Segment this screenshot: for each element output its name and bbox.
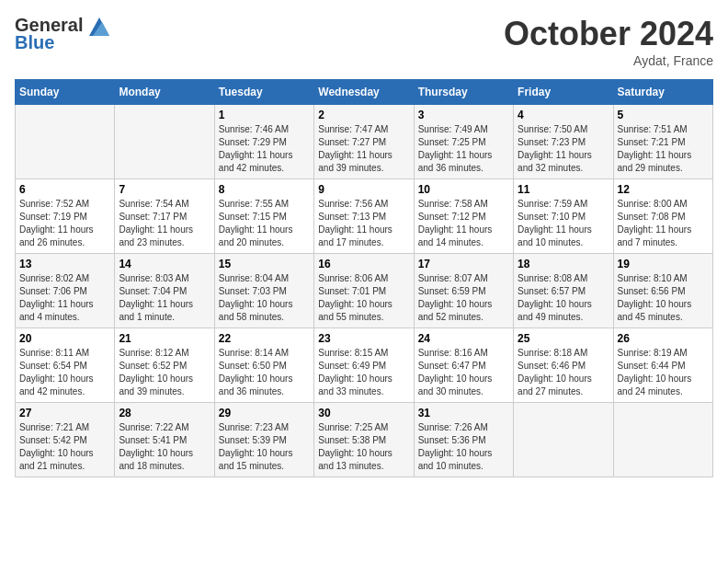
day-info: Sunrise: 8:19 AMSunset: 6:44 PMDaylight:…: [618, 347, 709, 398]
calendar-day-cell: 10Sunrise: 7:58 AMSunset: 7:12 PMDayligh…: [414, 179, 513, 254]
calendar-day-cell: 29Sunrise: 7:23 AMSunset: 5:39 PMDayligh…: [214, 403, 313, 477]
day-number: 26: [618, 332, 709, 345]
day-of-week-header: Saturday: [613, 80, 712, 105]
calendar-day-cell: 12Sunrise: 8:00 AMSunset: 7:08 PMDayligh…: [613, 179, 712, 254]
page-header: General Blue October 2024 Aydat, France: [15, 15, 713, 68]
title-area: October 2024 Aydat, France: [504, 15, 713, 68]
calendar-day-cell: 21Sunrise: 8:12 AMSunset: 6:52 PMDayligh…: [115, 328, 214, 403]
calendar-day-cell: 26Sunrise: 8:19 AMSunset: 6:44 PMDayligh…: [613, 328, 712, 403]
day-info: Sunrise: 7:58 AMSunset: 7:12 PMDaylight:…: [418, 198, 509, 249]
day-number: 15: [219, 258, 310, 270]
day-info: Sunrise: 7:25 AMSunset: 5:38 PMDaylight:…: [318, 421, 409, 473]
calendar-day-cell: 2Sunrise: 7:47 AMSunset: 7:27 PMDaylight…: [314, 105, 414, 179]
day-number: 28: [119, 407, 210, 419]
calendar-week-row: 6Sunrise: 7:52 AMSunset: 7:19 PMDaylight…: [16, 179, 713, 254]
day-info: Sunrise: 8:15 AMSunset: 6:49 PMDaylight:…: [318, 347, 409, 398]
calendar-day-cell: 23Sunrise: 8:15 AMSunset: 6:49 PMDayligh…: [314, 328, 414, 403]
calendar-day-cell: 17Sunrise: 8:07 AMSunset: 6:59 PMDayligh…: [414, 254, 513, 328]
logo: General Blue: [15, 15, 109, 53]
day-info: Sunrise: 8:08 AMSunset: 6:57 PMDaylight:…: [518, 272, 609, 324]
day-info: Sunrise: 7:55 AMSunset: 7:15 PMDaylight:…: [219, 198, 310, 249]
day-number: 24: [418, 332, 509, 345]
day-info: Sunrise: 7:59 AMSunset: 7:10 PMDaylight:…: [518, 198, 609, 249]
day-info: Sunrise: 8:03 AMSunset: 7:04 PMDaylight:…: [119, 272, 210, 324]
day-info: Sunrise: 8:14 AMSunset: 6:50 PMDaylight:…: [219, 347, 310, 398]
day-info: Sunrise: 8:07 AMSunset: 6:59 PMDaylight:…: [418, 272, 509, 324]
day-number: 20: [19, 332, 110, 345]
calendar-week-row: 27Sunrise: 7:21 AMSunset: 5:42 PMDayligh…: [16, 403, 713, 477]
calendar-day-cell: 3Sunrise: 7:49 AMSunset: 7:25 PMDaylight…: [414, 105, 513, 179]
day-info: Sunrise: 7:22 AMSunset: 5:41 PMDaylight:…: [119, 421, 210, 473]
calendar-day-cell: 4Sunrise: 7:50 AMSunset: 7:23 PMDaylight…: [514, 105, 613, 179]
calendar-week-row: 13Sunrise: 8:02 AMSunset: 7:06 PMDayligh…: [16, 254, 713, 328]
day-number: 8: [219, 183, 310, 196]
day-of-week-header: Sunday: [16, 80, 115, 105]
calendar-day-cell: 20Sunrise: 8:11 AMSunset: 6:54 PMDayligh…: [16, 328, 115, 403]
day-info: Sunrise: 8:00 AMSunset: 7:08 PMDaylight:…: [618, 198, 709, 249]
calendar-week-row: 20Sunrise: 8:11 AMSunset: 6:54 PMDayligh…: [16, 328, 713, 403]
day-number: 12: [618, 183, 709, 196]
day-number: 18: [518, 258, 609, 270]
calendar-body: 1Sunrise: 7:46 AMSunset: 7:29 PMDaylight…: [16, 105, 713, 477]
day-info: Sunrise: 7:26 AMSunset: 5:36 PMDaylight:…: [418, 421, 509, 473]
day-info: Sunrise: 7:49 AMSunset: 7:25 PMDaylight:…: [418, 123, 509, 175]
calendar-day-cell: 7Sunrise: 7:54 AMSunset: 7:17 PMDaylight…: [115, 179, 214, 254]
day-number: 30: [318, 407, 409, 419]
calendar-day-cell: 27Sunrise: 7:21 AMSunset: 5:42 PMDayligh…: [16, 403, 115, 477]
day-of-week-header: Tuesday: [214, 80, 313, 105]
day-number: 1: [219, 109, 310, 121]
day-info: Sunrise: 8:11 AMSunset: 6:54 PMDaylight:…: [19, 347, 110, 398]
day-of-week-header: Wednesday: [314, 80, 414, 105]
day-info: Sunrise: 8:02 AMSunset: 7:06 PMDaylight:…: [19, 272, 110, 324]
calendar-day-cell: 30Sunrise: 7:25 AMSunset: 5:38 PMDayligh…: [314, 403, 414, 477]
day-info: Sunrise: 7:54 AMSunset: 7:17 PMDaylight:…: [119, 198, 210, 249]
day-number: 23: [318, 332, 409, 345]
day-number: 4: [518, 109, 609, 121]
calendar-day-cell: 31Sunrise: 7:26 AMSunset: 5:36 PMDayligh…: [414, 403, 513, 477]
calendar-day-cell: [514, 403, 613, 477]
day-number: 25: [518, 332, 609, 345]
calendar-day-cell: [115, 105, 214, 179]
day-info: Sunrise: 8:04 AMSunset: 7:03 PMDaylight:…: [219, 272, 310, 324]
day-number: 22: [219, 332, 310, 345]
month-title: October 2024: [504, 15, 713, 53]
calendar-day-cell: 5Sunrise: 7:51 AMSunset: 7:21 PMDaylight…: [613, 105, 712, 179]
calendar-day-cell: 15Sunrise: 8:04 AMSunset: 7:03 PMDayligh…: [214, 254, 313, 328]
day-info: Sunrise: 8:16 AMSunset: 6:47 PMDaylight:…: [418, 347, 509, 398]
calendar-day-cell: 24Sunrise: 8:16 AMSunset: 6:47 PMDayligh…: [414, 328, 513, 403]
day-number: 16: [318, 258, 409, 270]
logo-icon: [89, 17, 109, 36]
day-info: Sunrise: 8:18 AMSunset: 6:46 PMDaylight:…: [518, 347, 609, 398]
day-of-week-header: Thursday: [414, 80, 513, 105]
calendar-day-cell: [613, 403, 712, 477]
calendar-day-cell: 28Sunrise: 7:22 AMSunset: 5:41 PMDayligh…: [115, 403, 214, 477]
calendar-day-cell: 1Sunrise: 7:46 AMSunset: 7:29 PMDaylight…: [214, 105, 313, 179]
day-number: 11: [518, 183, 609, 196]
location: Aydat, France: [504, 53, 713, 68]
calendar-day-cell: 11Sunrise: 7:59 AMSunset: 7:10 PMDayligh…: [514, 179, 613, 254]
day-number: 29: [219, 407, 310, 419]
day-number: 5: [618, 109, 709, 121]
calendar-day-cell: 25Sunrise: 8:18 AMSunset: 6:46 PMDayligh…: [514, 328, 613, 403]
calendar-day-cell: 13Sunrise: 8:02 AMSunset: 7:06 PMDayligh…: [16, 254, 115, 328]
calendar-day-cell: [16, 105, 115, 179]
calendar-header-row: SundayMondayTuesdayWednesdayThursdayFrid…: [16, 80, 713, 105]
day-number: 2: [318, 109, 409, 121]
day-info: Sunrise: 7:52 AMSunset: 7:19 PMDaylight:…: [19, 198, 110, 249]
day-info: Sunrise: 8:06 AMSunset: 7:01 PMDaylight:…: [318, 272, 409, 324]
day-number: 31: [418, 407, 509, 419]
day-number: 21: [119, 332, 210, 345]
calendar-week-row: 1Sunrise: 7:46 AMSunset: 7:29 PMDaylight…: [16, 105, 713, 179]
day-info: Sunrise: 7:21 AMSunset: 5:42 PMDaylight:…: [19, 421, 110, 473]
day-number: 19: [618, 258, 709, 270]
day-info: Sunrise: 7:23 AMSunset: 5:39 PMDaylight:…: [219, 421, 310, 473]
day-number: 13: [19, 258, 110, 270]
day-number: 10: [418, 183, 509, 196]
day-number: 3: [418, 109, 509, 121]
calendar-day-cell: 19Sunrise: 8:10 AMSunset: 6:56 PMDayligh…: [613, 254, 712, 328]
day-info: Sunrise: 7:46 AMSunset: 7:29 PMDaylight:…: [219, 123, 310, 175]
day-number: 17: [418, 258, 509, 270]
calendar-day-cell: 18Sunrise: 8:08 AMSunset: 6:57 PMDayligh…: [514, 254, 613, 328]
day-number: 14: [119, 258, 210, 270]
day-number: 6: [19, 183, 110, 196]
